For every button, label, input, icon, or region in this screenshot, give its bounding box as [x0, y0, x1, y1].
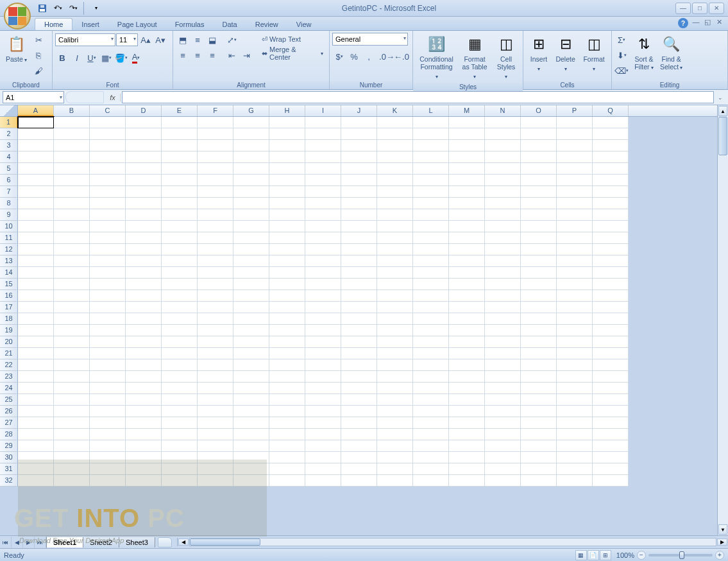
close-button[interactable]: ✕ — [709, 3, 724, 14]
cell[interactable] — [305, 128, 341, 140]
cell[interactable] — [413, 198, 449, 209]
cell[interactable] — [54, 383, 90, 394]
decrease-decimal-button[interactable]: ←.0 — [394, 49, 409, 64]
cell[interactable] — [449, 140, 485, 151]
row-header[interactable]: 18 — [0, 313, 18, 325]
cell[interactable] — [54, 163, 90, 175]
cell[interactable] — [557, 140, 593, 151]
cell[interactable] — [269, 163, 305, 175]
horizontal-scrollbar[interactable]: ◀ ▶ — [177, 538, 728, 546]
cell[interactable] — [449, 348, 485, 359]
cell[interactable] — [54, 417, 90, 429]
cell[interactable] — [305, 255, 341, 267]
cell[interactable] — [449, 394, 485, 406]
cell[interactable] — [90, 371, 126, 383]
cell[interactable] — [593, 313, 629, 325]
cell[interactable] — [449, 440, 485, 452]
cell[interactable] — [449, 313, 485, 325]
find-select-button[interactable]: 🔍 Find & Select — [657, 33, 686, 74]
sheet-nav-prev[interactable]: ◀ — [12, 537, 23, 548]
cell[interactable] — [593, 359, 629, 371]
cell[interactable] — [269, 244, 305, 255]
cell[interactable] — [377, 417, 413, 429]
fill-color-button[interactable]: 🪣▾ — [114, 51, 128, 65]
cell[interactable] — [162, 475, 198, 487]
cell-styles-button[interactable]: ◫ Cell Styles — [492, 33, 520, 83]
cell[interactable] — [557, 151, 593, 163]
cell[interactable] — [269, 429, 305, 440]
cell[interactable] — [305, 325, 341, 336]
cell[interactable] — [521, 186, 557, 198]
cell[interactable] — [449, 371, 485, 383]
cell[interactable] — [521, 244, 557, 255]
cell[interactable] — [126, 475, 162, 487]
cell[interactable] — [485, 255, 521, 267]
number-format-combo[interactable]: General — [332, 33, 408, 46]
new-sheet-button[interactable] — [158, 537, 172, 548]
cell[interactable] — [341, 279, 377, 290]
clear-button[interactable]: ⌫▾ — [614, 64, 629, 78]
cell[interactable] — [485, 383, 521, 394]
column-header[interactable]: N — [485, 105, 521, 116]
cell[interactable] — [54, 267, 90, 279]
column-header[interactable]: L — [413, 105, 449, 116]
cell[interactable] — [413, 440, 449, 452]
cell[interactable] — [521, 255, 557, 267]
cell[interactable] — [269, 463, 305, 475]
cell[interactable] — [341, 406, 377, 417]
cell[interactable] — [126, 429, 162, 440]
cell[interactable] — [233, 406, 269, 417]
row-header[interactable]: 14 — [0, 267, 18, 279]
cell[interactable] — [305, 406, 341, 417]
cell[interactable] — [449, 383, 485, 394]
row-header[interactable]: 9 — [0, 209, 18, 221]
row-header[interactable]: 3 — [0, 140, 18, 151]
format-cells-button[interactable]: ◫ Format — [579, 33, 609, 75]
cell[interactable] — [557, 325, 593, 336]
cell[interactable] — [413, 267, 449, 279]
cell[interactable] — [90, 440, 126, 452]
column-header[interactable]: K — [377, 105, 413, 116]
cell[interactable] — [233, 163, 269, 175]
cell[interactable] — [485, 336, 521, 348]
row-header[interactable]: 29 — [0, 440, 18, 452]
cell[interactable] — [54, 452, 90, 463]
cell[interactable] — [341, 475, 377, 487]
cell[interactable] — [521, 348, 557, 359]
cell[interactable] — [162, 255, 198, 267]
cell[interactable] — [341, 371, 377, 383]
column-header[interactable]: A — [18, 105, 54, 116]
cell[interactable] — [557, 463, 593, 475]
help-icon[interactable]: ? — [678, 18, 688, 28]
cell[interactable] — [557, 221, 593, 232]
cell[interactable] — [18, 383, 54, 394]
cell[interactable] — [557, 475, 593, 487]
cell[interactable] — [269, 279, 305, 290]
cell[interactable] — [377, 117, 413, 128]
cell[interactable] — [269, 128, 305, 140]
cell[interactable] — [90, 429, 126, 440]
cell[interactable] — [377, 452, 413, 463]
row-header[interactable]: 12 — [0, 244, 18, 255]
cell[interactable] — [162, 117, 198, 128]
italic-button[interactable]: I — [70, 51, 84, 65]
conditional-formatting-button[interactable]: 🔢 Conditional Formatting — [416, 33, 457, 83]
cell[interactable] — [18, 244, 54, 255]
cell[interactable] — [162, 175, 198, 186]
cell[interactable] — [233, 429, 269, 440]
cell[interactable] — [90, 279, 126, 290]
cell[interactable] — [198, 302, 233, 313]
cell[interactable] — [162, 244, 198, 255]
cell[interactable] — [449, 117, 485, 128]
cell[interactable] — [198, 336, 233, 348]
cell[interactable] — [162, 302, 198, 313]
cell[interactable] — [557, 383, 593, 394]
cell[interactable] — [198, 440, 233, 452]
cell[interactable] — [162, 128, 198, 140]
cell[interactable] — [521, 371, 557, 383]
cell[interactable] — [18, 221, 54, 232]
cell[interactable] — [18, 186, 54, 198]
cell[interactable] — [521, 475, 557, 487]
cell[interactable] — [485, 279, 521, 290]
cell[interactable] — [162, 232, 198, 244]
